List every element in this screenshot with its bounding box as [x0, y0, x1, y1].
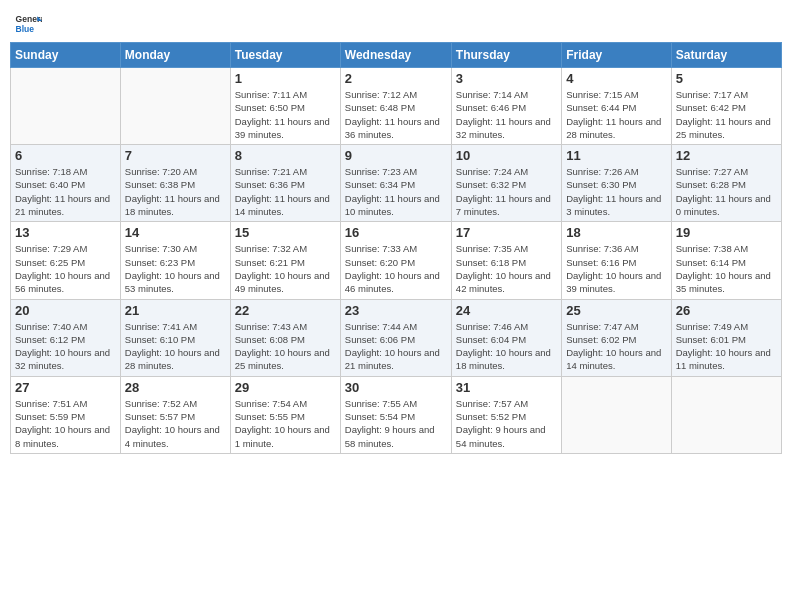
logo: General Blue	[14, 10, 42, 38]
day-info: Sunrise: 7:14 AM Sunset: 6:46 PM Dayligh…	[456, 88, 557, 141]
day-info: Sunrise: 7:54 AM Sunset: 5:55 PM Dayligh…	[235, 397, 336, 450]
day-number: 10	[456, 148, 557, 163]
day-info: Sunrise: 7:57 AM Sunset: 5:52 PM Dayligh…	[456, 397, 557, 450]
calendar-cell: 21Sunrise: 7:41 AM Sunset: 6:10 PM Dayli…	[120, 299, 230, 376]
day-info: Sunrise: 7:23 AM Sunset: 6:34 PM Dayligh…	[345, 165, 447, 218]
logo-icon: General Blue	[14, 10, 42, 38]
day-number: 27	[15, 380, 116, 395]
weekday-header-monday: Monday	[120, 43, 230, 68]
calendar-cell: 29Sunrise: 7:54 AM Sunset: 5:55 PM Dayli…	[230, 376, 340, 453]
week-row-2: 6Sunrise: 7:18 AM Sunset: 6:40 PM Daylig…	[11, 145, 782, 222]
day-number: 18	[566, 225, 666, 240]
day-number: 5	[676, 71, 777, 86]
calendar-cell: 16Sunrise: 7:33 AM Sunset: 6:20 PM Dayli…	[340, 222, 451, 299]
day-info: Sunrise: 7:17 AM Sunset: 6:42 PM Dayligh…	[676, 88, 777, 141]
calendar-cell: 8Sunrise: 7:21 AM Sunset: 6:36 PM Daylig…	[230, 145, 340, 222]
calendar-cell: 30Sunrise: 7:55 AM Sunset: 5:54 PM Dayli…	[340, 376, 451, 453]
calendar-cell: 6Sunrise: 7:18 AM Sunset: 6:40 PM Daylig…	[11, 145, 121, 222]
day-number: 15	[235, 225, 336, 240]
day-info: Sunrise: 7:24 AM Sunset: 6:32 PM Dayligh…	[456, 165, 557, 218]
day-info: Sunrise: 7:26 AM Sunset: 6:30 PM Dayligh…	[566, 165, 666, 218]
day-number: 12	[676, 148, 777, 163]
day-info: Sunrise: 7:52 AM Sunset: 5:57 PM Dayligh…	[125, 397, 226, 450]
day-info: Sunrise: 7:33 AM Sunset: 6:20 PM Dayligh…	[345, 242, 447, 295]
calendar-cell: 19Sunrise: 7:38 AM Sunset: 6:14 PM Dayli…	[671, 222, 781, 299]
day-number: 4	[566, 71, 666, 86]
week-row-4: 20Sunrise: 7:40 AM Sunset: 6:12 PM Dayli…	[11, 299, 782, 376]
calendar-table: SundayMondayTuesdayWednesdayThursdayFrid…	[10, 42, 782, 454]
calendar-cell: 4Sunrise: 7:15 AM Sunset: 6:44 PM Daylig…	[562, 68, 671, 145]
calendar-cell: 26Sunrise: 7:49 AM Sunset: 6:01 PM Dayli…	[671, 299, 781, 376]
day-number: 30	[345, 380, 447, 395]
calendar-cell: 31Sunrise: 7:57 AM Sunset: 5:52 PM Dayli…	[451, 376, 561, 453]
calendar-cell: 14Sunrise: 7:30 AM Sunset: 6:23 PM Dayli…	[120, 222, 230, 299]
day-info: Sunrise: 7:51 AM Sunset: 5:59 PM Dayligh…	[15, 397, 116, 450]
day-number: 28	[125, 380, 226, 395]
day-number: 2	[345, 71, 447, 86]
day-info: Sunrise: 7:27 AM Sunset: 6:28 PM Dayligh…	[676, 165, 777, 218]
day-info: Sunrise: 7:44 AM Sunset: 6:06 PM Dayligh…	[345, 320, 447, 373]
calendar-cell: 7Sunrise: 7:20 AM Sunset: 6:38 PM Daylig…	[120, 145, 230, 222]
day-info: Sunrise: 7:43 AM Sunset: 6:08 PM Dayligh…	[235, 320, 336, 373]
calendar-cell: 12Sunrise: 7:27 AM Sunset: 6:28 PM Dayli…	[671, 145, 781, 222]
day-number: 26	[676, 303, 777, 318]
day-info: Sunrise: 7:46 AM Sunset: 6:04 PM Dayligh…	[456, 320, 557, 373]
day-number: 11	[566, 148, 666, 163]
day-number: 7	[125, 148, 226, 163]
day-number: 19	[676, 225, 777, 240]
calendar-cell: 20Sunrise: 7:40 AM Sunset: 6:12 PM Dayli…	[11, 299, 121, 376]
calendar-cell: 5Sunrise: 7:17 AM Sunset: 6:42 PM Daylig…	[671, 68, 781, 145]
day-info: Sunrise: 7:40 AM Sunset: 6:12 PM Dayligh…	[15, 320, 116, 373]
day-info: Sunrise: 7:38 AM Sunset: 6:14 PM Dayligh…	[676, 242, 777, 295]
day-number: 29	[235, 380, 336, 395]
day-number: 25	[566, 303, 666, 318]
day-number: 31	[456, 380, 557, 395]
day-info: Sunrise: 7:11 AM Sunset: 6:50 PM Dayligh…	[235, 88, 336, 141]
day-info: Sunrise: 7:36 AM Sunset: 6:16 PM Dayligh…	[566, 242, 666, 295]
day-info: Sunrise: 7:18 AM Sunset: 6:40 PM Dayligh…	[15, 165, 116, 218]
day-number: 14	[125, 225, 226, 240]
day-info: Sunrise: 7:32 AM Sunset: 6:21 PM Dayligh…	[235, 242, 336, 295]
page-header: General Blue	[10, 10, 782, 38]
day-info: Sunrise: 7:47 AM Sunset: 6:02 PM Dayligh…	[566, 320, 666, 373]
weekday-header-tuesday: Tuesday	[230, 43, 340, 68]
day-info: Sunrise: 7:12 AM Sunset: 6:48 PM Dayligh…	[345, 88, 447, 141]
day-number: 22	[235, 303, 336, 318]
svg-text:Blue: Blue	[16, 24, 35, 34]
day-number: 17	[456, 225, 557, 240]
calendar-cell: 9Sunrise: 7:23 AM Sunset: 6:34 PM Daylig…	[340, 145, 451, 222]
day-number: 9	[345, 148, 447, 163]
day-info: Sunrise: 7:49 AM Sunset: 6:01 PM Dayligh…	[676, 320, 777, 373]
day-info: Sunrise: 7:29 AM Sunset: 6:25 PM Dayligh…	[15, 242, 116, 295]
day-info: Sunrise: 7:55 AM Sunset: 5:54 PM Dayligh…	[345, 397, 447, 450]
calendar-cell: 24Sunrise: 7:46 AM Sunset: 6:04 PM Dayli…	[451, 299, 561, 376]
calendar-cell: 22Sunrise: 7:43 AM Sunset: 6:08 PM Dayli…	[230, 299, 340, 376]
day-info: Sunrise: 7:21 AM Sunset: 6:36 PM Dayligh…	[235, 165, 336, 218]
day-info: Sunrise: 7:35 AM Sunset: 6:18 PM Dayligh…	[456, 242, 557, 295]
weekday-header-thursday: Thursday	[451, 43, 561, 68]
calendar-cell	[671, 376, 781, 453]
calendar-cell	[11, 68, 121, 145]
day-number: 16	[345, 225, 447, 240]
day-number: 21	[125, 303, 226, 318]
day-info: Sunrise: 7:15 AM Sunset: 6:44 PM Dayligh…	[566, 88, 666, 141]
calendar-cell: 11Sunrise: 7:26 AM Sunset: 6:30 PM Dayli…	[562, 145, 671, 222]
calendar-cell: 13Sunrise: 7:29 AM Sunset: 6:25 PM Dayli…	[11, 222, 121, 299]
calendar-cell: 27Sunrise: 7:51 AM Sunset: 5:59 PM Dayli…	[11, 376, 121, 453]
weekday-header-wednesday: Wednesday	[340, 43, 451, 68]
week-row-5: 27Sunrise: 7:51 AM Sunset: 5:59 PM Dayli…	[11, 376, 782, 453]
day-number: 20	[15, 303, 116, 318]
weekday-header-friday: Friday	[562, 43, 671, 68]
weekday-header-saturday: Saturday	[671, 43, 781, 68]
calendar-cell: 15Sunrise: 7:32 AM Sunset: 6:21 PM Dayli…	[230, 222, 340, 299]
week-row-1: 1Sunrise: 7:11 AM Sunset: 6:50 PM Daylig…	[11, 68, 782, 145]
weekday-header-sunday: Sunday	[11, 43, 121, 68]
calendar-cell: 25Sunrise: 7:47 AM Sunset: 6:02 PM Dayli…	[562, 299, 671, 376]
day-number: 23	[345, 303, 447, 318]
day-number: 6	[15, 148, 116, 163]
day-info: Sunrise: 7:30 AM Sunset: 6:23 PM Dayligh…	[125, 242, 226, 295]
day-number: 1	[235, 71, 336, 86]
day-number: 8	[235, 148, 336, 163]
calendar-cell	[562, 376, 671, 453]
day-number: 3	[456, 71, 557, 86]
